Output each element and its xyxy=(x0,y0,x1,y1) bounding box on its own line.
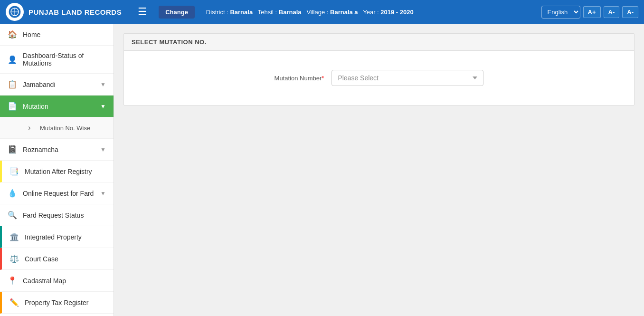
sidebar-item-integrated-property[interactable]: 🏛️ Integrated Property xyxy=(0,226,114,248)
mutation-icon: 📄 xyxy=(8,102,17,111)
sidebar-item-label: Mutation After Registry xyxy=(25,168,92,175)
sidebar-item-label: Roznamcha xyxy=(23,146,58,153)
chevron-down-icon: ▼ xyxy=(100,190,106,197)
search-fard-icon: 🔍 xyxy=(8,211,17,220)
main-layout: 🏠 Home 👤 Dashboard-Status of Mutations 📋… xyxy=(0,24,644,316)
sidebar-item-label: Property Tax Register xyxy=(25,299,88,306)
sidebar-item-label: Online Request for Fard xyxy=(23,190,94,197)
sidebar-item-mutation[interactable]: 📄 Mutation ▼ xyxy=(0,96,114,117)
court-case-icon: ⚖️ xyxy=(9,254,19,263)
nav-info: District : Barnala Tehsil : Barnala Vill… xyxy=(206,9,414,16)
sidebar-item-court-case[interactable]: ⚖️ Court Case xyxy=(0,248,114,270)
sidebar-item-home[interactable]: 🏠 Home xyxy=(0,24,114,46)
card-header: SELECT MUTATION NO. xyxy=(124,34,634,51)
language-select[interactable]: English Punjabi xyxy=(541,6,580,19)
sidebar-item-online-request-fard[interactable]: 💧 Online Request for Fard ▼ xyxy=(0,182,114,204)
font-decrease-button[interactable]: A- xyxy=(622,6,638,18)
logo-text: PUNJAB LAND RECORDS xyxy=(28,8,122,16)
sidebar: 🏠 Home 👤 Dashboard-Status of Mutations 📋… xyxy=(0,24,114,316)
sidebar-item-label: Fard Request Status xyxy=(23,211,84,219)
navbar-right: English Punjabi A+ A- A- xyxy=(541,6,638,19)
font-default-button[interactable]: A- xyxy=(604,6,620,18)
mutation-number-label: Mutation Number* xyxy=(275,75,324,82)
chevron-down-icon: ▼ xyxy=(100,146,106,153)
change-button[interactable]: Change xyxy=(159,6,195,19)
arrow-right-icon: › xyxy=(25,124,34,132)
jamabandi-icon: 📋 xyxy=(8,80,17,89)
chevron-down-icon: ▼ xyxy=(100,103,106,110)
property-tax-icon: ✏️ xyxy=(9,298,19,307)
sidebar-item-property-tax-register[interactable]: ✏️ Property Tax Register xyxy=(0,292,114,314)
sidebar-item-jamabandi[interactable]: 📋 Jamabandi ▼ xyxy=(0,74,114,96)
sidebar-item-mutation-after-registry[interactable]: 📑 Mutation After Registry xyxy=(0,161,114,182)
dashboard-icon: 👤 xyxy=(8,55,17,64)
map-icon: 📍 xyxy=(8,276,17,285)
sidebar-item-label: Mutation No. Wise xyxy=(40,124,90,132)
sidebar-item-label: Integrated Property xyxy=(25,233,82,241)
font-increase-button[interactable]: A+ xyxy=(583,6,601,18)
card-body: Mutation Number* Please Select xyxy=(124,51,634,105)
mutation-number-select[interactable]: Please Select xyxy=(331,70,483,86)
fard-icon: 💧 xyxy=(8,189,17,198)
logo-area: PUNJAB LAND RECORDS xyxy=(6,3,122,21)
roznamcha-icon: 📓 xyxy=(8,145,17,154)
top-navbar: PUNJAB LAND RECORDS ☰ Change District : … xyxy=(0,0,644,24)
mutation-registry-icon: 📑 xyxy=(9,167,19,176)
sidebar-item-label: Court Case xyxy=(25,255,58,263)
sidebar-item-cadastral-map[interactable]: 📍 Cadastral Map xyxy=(0,270,114,292)
mutation-form-group: Mutation Number* Please Select xyxy=(275,70,484,86)
integrated-property-icon: 🏛️ xyxy=(9,232,19,241)
navbar-left: PUNJAB LAND RECORDS ☰ Change District : … xyxy=(6,3,414,21)
sidebar-item-roznamcha[interactable]: 📓 Roznamcha ▼ xyxy=(0,139,114,161)
sidebar-item-mutation-no-wise[interactable]: › Mutation No. Wise xyxy=(0,117,114,139)
main-content: SELECT MUTATION NO. Mutation Number* Ple… xyxy=(114,24,644,316)
sidebar-item-label: Home xyxy=(23,31,40,38)
sidebar-item-label: Dashboard-Status of Mutations xyxy=(23,52,106,67)
sidebar-item-label: Mutation xyxy=(23,103,48,110)
sidebar-item-registry-deed[interactable]: 📋 Registry Deed xyxy=(0,314,114,316)
logo-icon xyxy=(6,3,24,21)
sidebar-item-dashboard[interactable]: 👤 Dashboard-Status of Mutations xyxy=(0,46,114,74)
sidebar-item-label: Jamabandi xyxy=(23,81,56,88)
sidebar-item-fard-request-status[interactable]: 🔍 Fard Request Status xyxy=(0,204,114,226)
sidebar-item-label: Cadastral Map xyxy=(23,277,66,285)
home-icon: 🏠 xyxy=(8,30,17,39)
chevron-down-icon: ▼ xyxy=(100,81,106,88)
mutation-card: SELECT MUTATION NO. Mutation Number* Ple… xyxy=(123,33,635,105)
hamburger-button[interactable]: ☰ xyxy=(134,4,151,20)
